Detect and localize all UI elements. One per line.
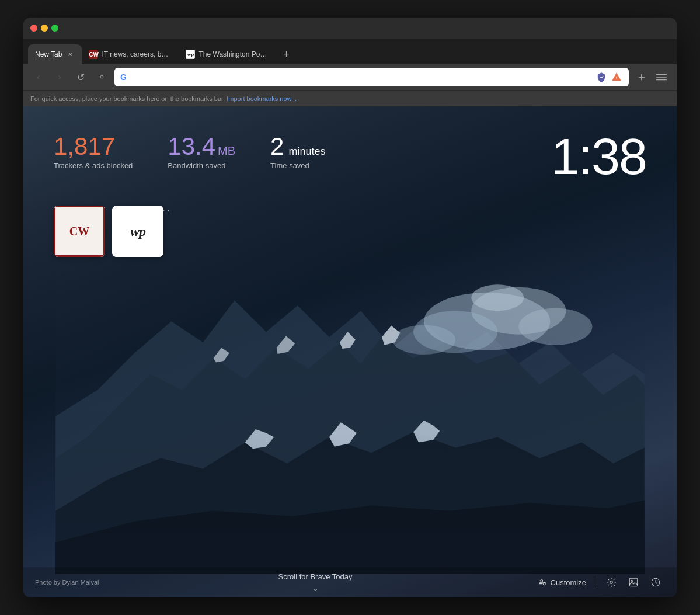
stats-panel: 1,817 Trackers & ads blocked 13.4 MB Ban… — [54, 134, 326, 170]
scroll-arrow-icon: ⌄ — [312, 583, 319, 593]
address-bar[interactable]: G ! — [114, 68, 629, 86]
bandwidth-stat: 13.4 MB Bandwidth saved — [168, 134, 235, 170]
svg-rect-19 — [629, 578, 638, 586]
toolbar-right — [633, 69, 670, 85]
site-cw-icon: CW — [54, 206, 105, 257]
svg-rect-2 — [641, 75, 642, 79]
menu-icon[interactable] — [653, 69, 670, 85]
bottom-right-controls: Customize — [532, 573, 665, 592]
toolbar: ‹ › ↺ ⌖ G ! — [23, 64, 677, 90]
tab-cw-label: IT news, careers, business technolo... — [102, 50, 172, 58]
import-bookmarks-link[interactable]: Import bookmarks now... — [227, 95, 297, 102]
separator — [597, 576, 597, 588]
tab-close-button[interactable]: ✕ — [65, 50, 75, 59]
add-tab-button[interactable]: + — [278, 46, 294, 62]
trackers-number: 1,817 — [54, 134, 133, 159]
reload-button[interactable]: ↺ — [72, 69, 89, 85]
brave-shield-icon[interactable] — [595, 71, 608, 84]
tab-label: New Tab — [35, 50, 62, 58]
bandwidth-unit: MB — [218, 144, 235, 158]
svg-point-20 — [631, 580, 633, 582]
forward-button[interactable]: › — [51, 69, 68, 85]
extensions-icon[interactable] — [633, 69, 650, 85]
tab-new-tab[interactable]: New Tab ✕ — [28, 44, 82, 64]
history-icon[interactable] — [646, 573, 665, 592]
alert-icon[interactable]: ! — [610, 71, 623, 84]
wallpaper-icon[interactable] — [624, 573, 643, 592]
bookmarks-text: For quick access, place your bookmarks h… — [30, 95, 225, 102]
time-label: Time saved — [270, 161, 325, 170]
tab-wp-label: The Washington Post: Breaking New... — [198, 50, 269, 58]
site-tile-cw[interactable]: CW — [54, 206, 105, 257]
tabbar: New Tab ✕ CW IT news, careers, business … — [23, 39, 677, 64]
photo-credit: Photo by Dylan Malval — [35, 579, 99, 586]
maximize-button[interactable] — [51, 25, 58, 32]
clock-display: 1:38 — [551, 131, 646, 182]
tab-cw-favicon: CW — [89, 50, 98, 59]
bookmark-button[interactable]: ⌖ — [93, 69, 110, 85]
back-button[interactable]: ‹ — [30, 69, 47, 85]
svg-point-16 — [540, 579, 542, 582]
bookmarks-bar: For quick access, place your bookmarks h… — [23, 90, 677, 106]
svg-rect-15 — [539, 583, 543, 584]
svg-rect-5 — [656, 79, 667, 81]
svg-point-18 — [610, 581, 613, 584]
google-logo: G — [120, 72, 127, 82]
minimize-button[interactable] — [41, 25, 48, 32]
bandwidth-label: Bandwidth saved — [168, 161, 235, 170]
time-number: 2 — [270, 134, 284, 159]
svg-rect-3 — [656, 74, 667, 75]
trackers-label: Trackers & ads blocked — [54, 161, 133, 170]
bandwidth-number: 13.4 — [168, 134, 215, 159]
bottom-bar: Photo by Dylan Malval Scroll for Brave T… — [23, 567, 677, 597]
tab-cw[interactable]: CW IT news, careers, business technolo..… — [82, 44, 179, 64]
svg-rect-4 — [656, 77, 667, 78]
trackers-stat: 1,817 Trackers & ads blocked — [54, 134, 133, 170]
scroll-brave-today[interactable]: Scroll for Brave Today ⌄ — [278, 572, 353, 593]
time-unit: minutes — [288, 145, 325, 158]
customize-label: Customize — [551, 578, 586, 587]
site-wp-icon: wp — [112, 206, 163, 257]
close-button[interactable] — [30, 25, 37, 32]
top-sites: CW wp — [54, 206, 163, 257]
customize-button[interactable]: Customize — [532, 574, 592, 590]
traffic-lights — [30, 25, 58, 32]
customize-icon — [538, 578, 547, 587]
time-stat: 2 minutes Time saved — [270, 134, 325, 170]
address-input[interactable] — [130, 73, 591, 82]
settings-icon[interactable] — [602, 573, 621, 592]
titlebar — [23, 18, 677, 39]
site-tile-wp[interactable]: wp — [112, 206, 163, 257]
svg-rect-12 — [55, 206, 644, 574]
svg-point-17 — [543, 583, 545, 585]
new-tab-page: 1,817 Trackers & ads blocked 13.4 MB Ban… — [23, 106, 677, 597]
tab-wp-favicon: wp — [186, 50, 195, 59]
address-icons: ! — [595, 71, 623, 84]
svg-text:!: ! — [616, 75, 618, 81]
tab-wp[interactable]: wp The Washington Post: Breaking New... — [179, 44, 276, 64]
scroll-text: Scroll for Brave Today — [278, 572, 353, 581]
